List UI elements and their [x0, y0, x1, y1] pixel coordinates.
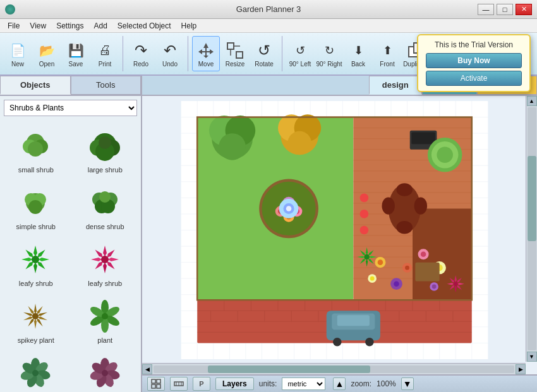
- scroll-down-button[interactable]: ▼: [527, 352, 537, 362]
- main-area: Objects Tools Shrubs & Plants Trees Flow…: [0, 76, 537, 392]
- units-select[interactable]: metric imperial: [282, 377, 325, 390]
- right-panel: design preview notebook: [142, 76, 537, 392]
- activate-button[interactable]: Activate: [426, 71, 522, 86]
- undo-icon: ↶: [160, 40, 180, 61]
- rotate-right-button[interactable]: ↻ 90° Right: [315, 36, 343, 71]
- resize-icon: [225, 40, 245, 61]
- menu-help[interactable]: Help: [176, 20, 202, 32]
- canvas-scroll: ▲ ▼ ◀ ▶: [142, 96, 537, 374]
- object-plant-green[interactable]: plant: [72, 293, 139, 347]
- svg-point-188: [378, 259, 383, 265]
- window-controls: — □ ✕: [478, 4, 532, 15]
- redo-button[interactable]: ↷ Redo: [127, 36, 155, 71]
- rotate-icon: ↺: [254, 40, 274, 61]
- rotate-left-label: 90° Left: [289, 61, 311, 68]
- measure-button[interactable]: [170, 377, 188, 391]
- front-button[interactable]: ⬆ Front: [373, 36, 401, 71]
- save-button[interactable]: 💾 Save: [62, 36, 90, 71]
- back-button[interactable]: ⬇ Back: [344, 36, 372, 71]
- app-icon: [5, 4, 15, 15]
- open-icon: 📂: [37, 40, 57, 61]
- new-button[interactable]: 📄 New: [4, 36, 32, 71]
- buy-now-button[interactable]: Buy Now: [426, 53, 522, 68]
- horizontal-scrollbar[interactable]: ◀ ▶: [142, 363, 526, 374]
- layers-button[interactable]: Layers: [215, 377, 254, 390]
- svg-marker-35: [103, 246, 107, 256]
- svg-rect-224: [415, 263, 439, 282]
- svg-point-54: [32, 313, 39, 319]
- save-icon: 💾: [66, 40, 86, 61]
- svg-rect-1: [227, 43, 234, 49]
- menu-view[interactable]: View: [25, 20, 51, 32]
- rotate-left-button[interactable]: ↺ 90° Left: [286, 36, 314, 71]
- new-icon: 📄: [8, 40, 28, 61]
- object-simple-shrub[interactable]: simple shrub: [3, 179, 69, 234]
- object-plant-rosette2[interactable]: plant: [72, 350, 139, 392]
- page-button[interactable]: P: [193, 377, 210, 391]
- zoom-down-button[interactable]: ▼: [401, 377, 414, 390]
- plant-rosette2-image: [86, 354, 124, 392]
- svg-point-34: [32, 256, 39, 263]
- maximize-button[interactable]: □: [497, 4, 513, 15]
- svg-marker-0: [198, 43, 214, 58]
- undo-button[interactable]: ↶ Undo: [156, 36, 184, 71]
- tab-tools[interactable]: Tools: [71, 76, 142, 95]
- object-spikey-plant[interactable]: spikey plant: [3, 293, 69, 347]
- rotate-button[interactable]: ↺ Rotate: [250, 36, 278, 71]
- scroll-left-button[interactable]: ◀: [142, 364, 152, 374]
- close-button[interactable]: ✕: [516, 4, 532, 15]
- menu-settings[interactable]: Settings: [51, 20, 88, 32]
- svg-point-10: [28, 141, 43, 157]
- svg-point-190: [370, 276, 375, 281]
- object-leafy-shrub-green[interactable]: leafy shrub: [3, 236, 69, 290]
- object-dense-shrub[interactable]: dense shrub: [72, 179, 139, 234]
- trial-popup: This is the Trial Version Buy Now Activa…: [417, 34, 531, 92]
- rotate-left-icon: ↺: [290, 40, 310, 61]
- toolbar-file-group: 📄 New 📂 Open 💾 Save 🖨 Print: [4, 36, 123, 71]
- svg-point-180: [287, 131, 311, 155]
- object-plant-rosette[interactable]: plant: [3, 350, 69, 392]
- back-label: Back: [351, 61, 365, 68]
- menu-selected-object[interactable]: Selected Object: [112, 20, 176, 32]
- tab-objects[interactable]: Objects: [0, 76, 71, 95]
- object-leafy-shrub-red[interactable]: leafy shrub: [72, 236, 139, 290]
- scroll-right-button[interactable]: ▶: [516, 364, 526, 374]
- garden-canvas[interactable]: [147, 101, 522, 359]
- window-title: Garden Planner 3: [0, 4, 537, 14]
- minimize-button[interactable]: —: [478, 4, 494, 15]
- svg-marker-39: [103, 263, 107, 273]
- svg-point-223: [365, 338, 374, 347]
- grid-view-button[interactable]: [147, 377, 165, 391]
- vertical-scrollbar[interactable]: ▲ ▼: [526, 96, 537, 362]
- svg-point-196: [405, 266, 409, 270]
- svg-point-19: [28, 200, 42, 214]
- object-large-shrub[interactable]: large shrub: [72, 122, 139, 177]
- menu-add[interactable]: Add: [89, 20, 112, 32]
- open-button[interactable]: 📂 Open: [33, 36, 61, 71]
- svg-point-200: [432, 285, 437, 289]
- panel-tabs: Objects Tools: [0, 76, 141, 96]
- menu-file[interactable]: File: [3, 20, 25, 32]
- leafy-shrub-green-image: [17, 241, 55, 278]
- toolbar-transform-group: Move Resize ↺ Rotate: [192, 36, 282, 71]
- svg-point-172: [286, 206, 292, 211]
- leafy-shrub-red-image: [86, 241, 124, 278]
- move-button[interactable]: Move: [192, 36, 220, 71]
- svg-marker-32: [21, 258, 32, 261]
- small-shrub-label: small shrub: [18, 166, 54, 174]
- small-shrub-image: [17, 127, 55, 165]
- rotate-right-label: 90° Right: [316, 61, 342, 68]
- category-select[interactable]: Shrubs & Plants Trees Flowers Vegetables…: [4, 100, 137, 116]
- zoom-up-button[interactable]: ▲: [333, 377, 346, 390]
- open-label: Open: [39, 61, 54, 68]
- scroll-up-button[interactable]: ▲: [527, 96, 537, 106]
- tab-design[interactable]: design: [369, 76, 422, 95]
- redo-icon: ↷: [131, 40, 151, 61]
- redo-label: Redo: [133, 61, 148, 68]
- resize-button[interactable]: Resize: [221, 36, 249, 71]
- dense-shrub-label: dense shrub: [86, 223, 124, 230]
- object-small-shrub[interactable]: small shrub: [3, 122, 69, 177]
- front-icon: ⬆: [377, 40, 397, 61]
- svg-point-43: [101, 256, 109, 263]
- print-button[interactable]: 🖨 Print: [91, 36, 119, 71]
